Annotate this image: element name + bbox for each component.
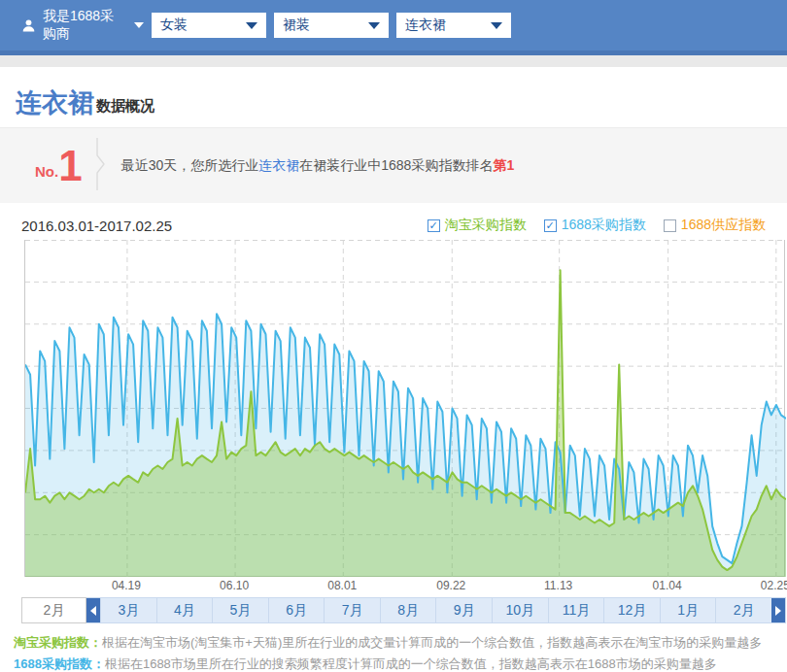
dropdown-value: 裙装 — [283, 17, 310, 34]
user-menu[interactable]: 我是1688采购商 — [21, 8, 144, 43]
slider-right-arrow[interactable] — [771, 598, 785, 622]
taobao-index-description: 淘宝采购指数：根据在淘宝市场(淘宝集市+天猫)里所在行业的成交量计算而成的一个综… — [14, 632, 787, 654]
checked-checkbox-icon[interactable]: ✓ — [428, 219, 440, 232]
dropdown-value: 女装 — [160, 17, 188, 34]
category-dropdown-1[interactable]: 女装 — [152, 13, 266, 38]
legend-label: 淘宝采购指数 — [445, 217, 527, 234]
month-cell-9[interactable]: 11月 — [548, 598, 604, 622]
month-cell-5[interactable]: 7月 — [324, 598, 380, 622]
x-tick-label: 11.13 — [544, 579, 572, 592]
x-tick-label: 09.22 — [436, 579, 465, 592]
dropdown-value: 连衣裙 — [405, 17, 446, 34]
current-month-box[interactable]: 2月 — [21, 597, 86, 623]
rank-number: 1 — [58, 147, 82, 185]
chart-header: 2016.03.01-2017.02.25 ✓淘宝采购指数✓1688采购指数16… — [21, 215, 766, 236]
month-slider[interactable]: 2月3月4月5月6月7月8月9月10月11月12月1月2月 — [21, 597, 786, 623]
slider-left-arrow[interactable] — [86, 598, 100, 622]
month-cell-8[interactable]: 10月 — [492, 598, 548, 622]
title-suffix: 数据概况 — [96, 97, 154, 116]
month-cell-4[interactable]: 6月 — [268, 598, 325, 622]
category-dropdown-3[interactable]: 连衣裙 — [396, 13, 511, 38]
top-bar: 我是1688采购商 女装 裙装 连衣裙 — [0, 0, 787, 55]
legend-label: 1688采购指数 — [562, 217, 646, 234]
alibaba-index-description: 1688采购指数：根据在1688市场里所在行业的搜索频繁程度计算而成的一个综合数… — [14, 654, 787, 672]
index-trend-chart[interactable] — [24, 240, 785, 577]
chart-canvas — [25, 240, 786, 577]
month-cell-6[interactable]: 8月 — [380, 598, 436, 622]
rank-no-label: No. — [35, 163, 58, 180]
category-dropdown-2[interactable]: 裙装 — [274, 13, 389, 38]
chart-legend: ✓淘宝采购指数✓1688采购指数1688供应指数 — [410, 217, 766, 234]
x-axis-ticks: 04.1906.1008.0109.2211.1301.0402.25 — [24, 577, 785, 594]
alibaba-index-label: 1688采购指数： — [14, 656, 105, 671]
legend-item-3[interactable]: 1688供应指数 — [664, 217, 766, 234]
month-cell-2[interactable]: 4月 — [156, 598, 213, 622]
index-descriptions: 淘宝采购指数：根据在淘宝市场(淘宝集市+天猫)里所在行业的成交量计算而成的一个综… — [14, 632, 787, 672]
taobao-index-label: 淘宝采购指数： — [14, 635, 102, 650]
header-divider — [0, 55, 787, 67]
x-tick-label: 02.25 — [761, 579, 787, 592]
chevron-down-icon — [246, 22, 257, 29]
divider-chevron-icon — [96, 137, 106, 195]
rank-value: 第1 — [493, 157, 514, 173]
chevron-down-icon — [491, 22, 502, 29]
month-cell-7[interactable]: 9月 — [435, 598, 492, 622]
x-tick-label: 06.10 — [220, 579, 249, 592]
rank-keyword: 连衣裙 — [258, 157, 299, 173]
title-keyword: 连衣裙 — [16, 88, 94, 118]
x-tick-label: 01.04 — [653, 579, 682, 592]
user-icon — [21, 18, 36, 33]
month-cell-12[interactable]: 2月 — [715, 598, 771, 622]
month-cell-3[interactable]: 5月 — [212, 598, 268, 622]
checked-checkbox-icon[interactable]: ✓ — [544, 219, 557, 232]
month-cell-10[interactable]: 12月 — [603, 598, 660, 622]
x-tick-label: 08.01 — [327, 579, 357, 592]
user-label: 我是1688采购商 — [43, 8, 127, 43]
date-range-label: 2016.03.01-2017.02.25 — [21, 218, 172, 234]
chevron-down-icon — [368, 22, 380, 29]
page-title: 连衣裙 数据概况 — [16, 83, 787, 118]
x-tick-label: 04.19 — [112, 579, 141, 592]
month-cell-1[interactable]: 3月 — [100, 598, 156, 622]
rank-description: 最近30天，您所选行业连衣裙在裙装行业中1688采购指数排名第1 — [121, 157, 515, 175]
legend-item-2[interactable]: ✓1688采购指数 — [544, 217, 646, 234]
caret-down-icon — [134, 22, 144, 28]
legend-label: 1688供应指数 — [681, 217, 766, 234]
month-cell-11[interactable]: 1月 — [660, 598, 716, 622]
rank-banner: No. 1 最近30天，您所选行业连衣裙在裙装行业中1688采购指数排名第1 — [0, 127, 787, 203]
rank-badge: No. 1 — [35, 147, 83, 185]
unchecked-checkbox-icon[interactable] — [664, 219, 676, 232]
legend-item-1[interactable]: ✓淘宝采购指数 — [428, 217, 527, 234]
